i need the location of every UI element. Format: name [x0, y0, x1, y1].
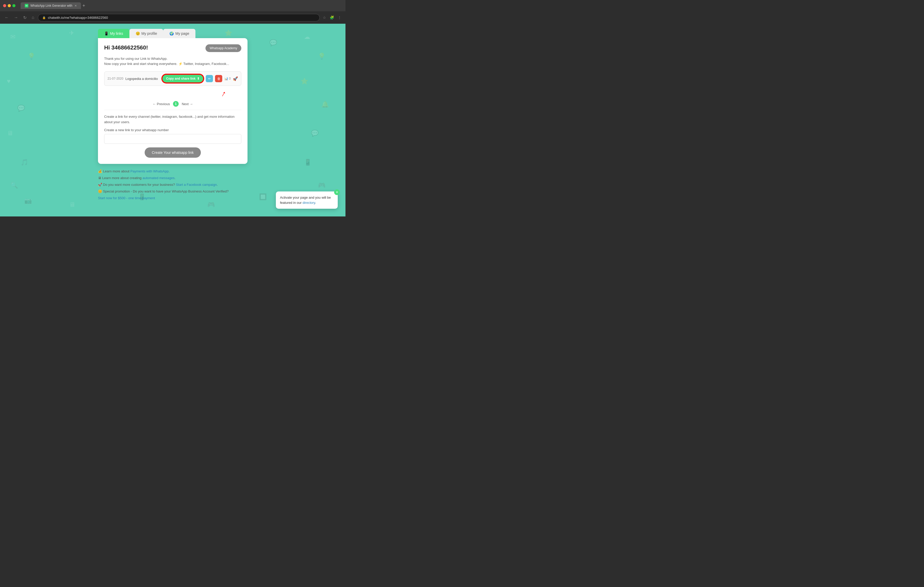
tab-my-profile-label: My profile — [142, 31, 157, 36]
previous-page-button[interactable]: ← Previous — [153, 102, 170, 106]
tab-my-page-label: My page — [175, 31, 189, 36]
tab-my-links-label: My links — [110, 31, 123, 36]
rocket-button[interactable]: 🚀 — [233, 76, 238, 81]
copy-share-button[interactable]: Copy and share link ⬆ — [162, 74, 204, 83]
minimize-traffic-light[interactable] — [8, 4, 11, 7]
globe-icon: 🌍 — [169, 31, 174, 36]
promo-3-prefix: 🚀 Do you want more customers for your bu… — [98, 183, 176, 187]
main-container: 📱 My links 😟 My profile 🌍 My page Hi 346… — [98, 29, 248, 202]
navigation-tabs: 📱 My links 😟 My profile 🌍 My page — [98, 29, 248, 38]
page-background: ✉ 💡 ♥ 💬 🖥 🎵 🔍 📷 ☁ 💡 ⭐ 🔔 💬 📱 🎮 ✈ ☁ ⭐ 💬 🖥 … — [0, 24, 345, 217]
create-description: Create a link for every channel (twitter… — [104, 114, 241, 125]
subtitle-line1: Thank you for using our Link to WhatsApp… — [104, 57, 168, 61]
tab-close-button[interactable]: ✕ — [74, 4, 77, 7]
menu-button[interactable]: ⋮ — [337, 15, 342, 21]
copy-share-label: Copy and share link — [166, 77, 195, 81]
traffic-lights — [3, 4, 15, 7]
phone-number-input[interactable] — [104, 134, 241, 144]
promo-2-prefix: 🖥 Learn more about creating — [98, 176, 143, 180]
edit-button[interactable]: ✏ — [206, 75, 213, 82]
lock-icon: 🔒 — [42, 16, 46, 19]
subtitle-text: Thank you for using our Link to WhatsApp… — [104, 56, 241, 66]
browser-chrome: W WhatsApp Link Generator with ✕ + ← → ↻… — [0, 0, 345, 24]
promo-4-prefix: 😊 Special promotion - Do you want to hav… — [98, 189, 229, 193]
favicon-icon: W — [25, 4, 28, 7]
link-name: Logopedia a domicilio — [125, 77, 160, 81]
maximize-traffic-light[interactable] — [12, 4, 15, 7]
home-button[interactable]: ⌂ — [30, 14, 36, 21]
extensions-button[interactable]: 🧩 — [329, 15, 335, 21]
link-date: 21-07-2020 — [107, 77, 123, 81]
create-link-section: Create a link for every channel (twitter… — [104, 113, 241, 158]
promo-2-suffix: . — [175, 176, 176, 180]
current-page-number: 1 — [173, 101, 179, 107]
promo-3-suffix: . — [217, 183, 218, 187]
subtitle-line2: Now copy your link and start sharing eve… — [104, 62, 229, 66]
browser-tab[interactable]: W WhatsApp Link Generator with ✕ — [21, 2, 81, 9]
share-icon: ⬆ — [197, 77, 200, 81]
arrow-container: ↑ — [104, 89, 241, 99]
tab-my-profile[interactable]: 😟 My profile — [129, 29, 163, 38]
profile-emoji-icon: 😟 — [135, 31, 140, 36]
whatsapp-academy-button[interactable]: Whatsapp Academy — [205, 44, 241, 52]
notification-close-button[interactable]: ✕ — [334, 189, 340, 195]
address-bar[interactable]: 🔒 chatwith.io/me?whatsapp=34686622560 — [38, 14, 320, 21]
promo-item-1: 💰 Learn more about Payments with WhatsAp… — [98, 168, 248, 175]
new-tab-button[interactable]: + — [82, 3, 85, 8]
whatsapp-icon: 📱 — [104, 31, 109, 36]
card-header: Hi 34686622560! Whatsapp Academy — [104, 44, 241, 52]
notification-popup: ✕ Activate your page and you will be fea… — [276, 191, 338, 209]
browser-actions: ☆ 🧩 ⋮ — [322, 15, 342, 21]
verified-account-link[interactable]: Start now for $500 - one time payment — [98, 196, 155, 200]
chart-icon: 📊 — [224, 77, 228, 81]
back-button[interactable]: ← — [3, 14, 10, 21]
link-row: 21-07-2020 Logopedia a domicilio Copy an… — [104, 71, 241, 86]
refresh-button[interactable]: ↻ — [21, 14, 28, 21]
close-traffic-light[interactable] — [3, 4, 6, 7]
forward-button[interactable]: → — [12, 14, 20, 21]
create-link-button[interactable]: Create Your whatsapp link — [145, 147, 201, 158]
next-page-button[interactable]: Next → — [182, 102, 193, 106]
pagination: ← Previous 1 Next → — [104, 101, 241, 107]
notification-suffix: . — [315, 201, 316, 205]
promo-1-suffix: . — [168, 169, 170, 173]
promo-links-section: 💰 Learn more about Payments with WhatsAp… — [98, 168, 248, 202]
directory-link[interactable]: directory — [302, 201, 315, 205]
tab-title: WhatsApp Link Generator with — [30, 4, 73, 7]
create-label: Create a new link to your whatsapp numbe… — [104, 128, 241, 132]
tab-my-links[interactable]: 📱 My links — [98, 29, 129, 38]
stats-count: 0 — [229, 77, 231, 81]
greeting-text: Hi 34686622560! — [104, 44, 148, 51]
promo-item-4: 😊 Special promotion - Do you want to hav… — [98, 188, 248, 202]
promo-item-3: 🚀 Do you want more customers for your bu… — [98, 181, 248, 188]
promo-1-prefix: 💰 Learn more about — [98, 169, 130, 173]
tab-bar: W WhatsApp Link Generator with ✕ + — [21, 2, 342, 9]
promo-item-2: 🖥 Learn more about creating automated me… — [98, 175, 248, 181]
titlebar: W WhatsApp Link Generator with ✕ + — [0, 0, 345, 12]
automated-messages-link[interactable]: automated messages — [143, 176, 175, 180]
tab-my-page[interactable]: 🌍 My page — [163, 29, 195, 38]
red-arrow-icon: ↑ — [219, 89, 228, 99]
url-text: chatwith.io/me?whatsapp=34686622560 — [48, 16, 108, 20]
stats-badge: 📊 0 — [224, 77, 231, 81]
bookmark-button[interactable]: ☆ — [322, 15, 327, 21]
delete-button[interactable]: 🗑 — [215, 75, 222, 82]
divider — [104, 110, 241, 110]
payments-link[interactable]: Payments with WhatsApp — [130, 169, 168, 173]
browser-toolbar: ← → ↻ ⌂ 🔒 chatwith.io/me?whatsapp=346866… — [0, 12, 345, 24]
main-card: Hi 34686622560! Whatsapp Academy Thank y… — [98, 38, 248, 164]
facebook-campaign-link[interactable]: Start a Facebook campaign — [176, 183, 217, 187]
